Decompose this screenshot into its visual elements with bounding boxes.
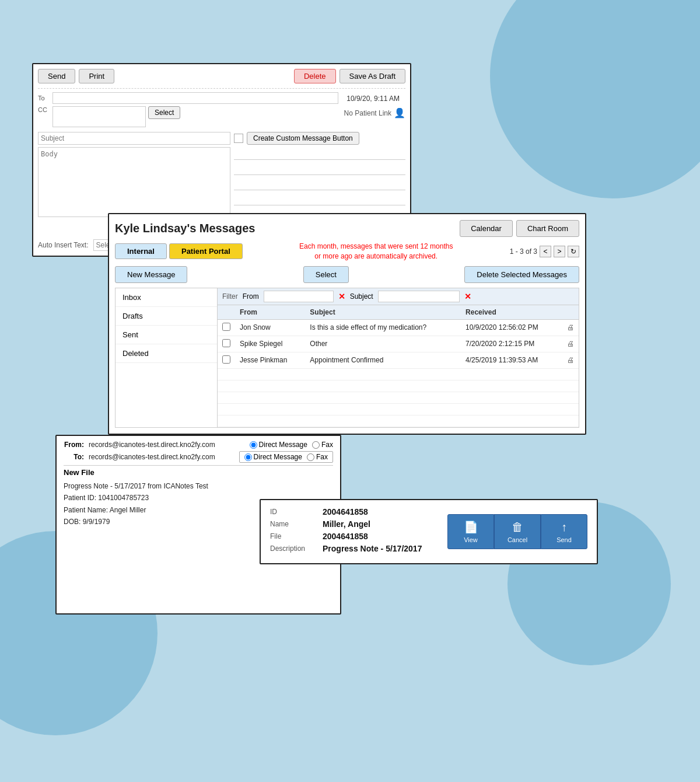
empty-row (218, 415, 579, 427)
from-filter-clear[interactable]: ✕ (338, 292, 345, 301)
checkbox-col-header (218, 305, 235, 320)
cc-select-button[interactable]: Select (148, 106, 180, 119)
msg-received-3: 4/25/2019 11:39:53 AM (461, 352, 562, 368)
select-button[interactable]: Select (303, 266, 349, 283)
panel4-buttons: 📄 View 🗑 Cancel ↑ Send (447, 514, 587, 549)
dm-from-row: From: records@icanotes-test.direct.kno2f… (64, 441, 333, 449)
tab-internal[interactable]: Internal (115, 243, 167, 259)
chart-room-button[interactable]: Chart Room (516, 220, 579, 237)
dm-to-value: records@icanotes-test.direct.kno2fy.com (89, 453, 235, 461)
messages-panel: Kyle Lindsay's Messages Calendar Chart R… (108, 213, 586, 435)
messages-table: From Subject Received Jon Snow Is this a… (218, 305, 579, 427)
cancel-button[interactable]: 🗑 Cancel (494, 514, 541, 549)
print-icon-2[interactable]: 🖨 (567, 340, 574, 348)
empty-row (218, 403, 579, 415)
trash-icon: 🗑 (512, 521, 523, 534)
compose-toolbar: Send Print Delete Save As Draft (38, 69, 405, 83)
dm-direct-message-option[interactable]: Direct Message (250, 441, 307, 449)
dm-fax-option[interactable]: Fax (312, 441, 333, 449)
send-button[interactable]: ↑ Send (541, 514, 587, 549)
dm-to-direct-radio[interactable] (244, 453, 252, 461)
filter-row: Filter From ✕ Subject ✕ (218, 288, 579, 305)
sidebar-item-drafts[interactable]: Drafts (116, 307, 217, 326)
id-value: 2004641858 (323, 507, 368, 516)
description-row: Description Progress Note - 5/17/2017 (270, 544, 442, 553)
dm-to-label: To: (64, 453, 84, 461)
description-field-label: Description (270, 544, 323, 553)
from-filter-label: From (243, 292, 259, 301)
empty-row (218, 392, 579, 403)
print-button[interactable]: Print (79, 69, 114, 83)
cc-input[interactable] (52, 106, 146, 127)
table-row[interactable]: Jesse Pinkman Appointment Confirmed 4/25… (218, 352, 579, 368)
calendar-button[interactable]: Calendar (460, 220, 513, 237)
subject-filter-label: Subject (350, 292, 373, 301)
header-buttons: Calendar Chart Room (460, 220, 579, 237)
subject-col-header: Subject (305, 305, 461, 320)
sidebar-item-sent[interactable]: Sent (116, 326, 217, 344)
file-row: File 2004641858 (270, 532, 442, 541)
print-col-header (562, 305, 579, 320)
pdf-icon: 📄 (464, 520, 478, 534)
dm-direct-radio[interactable] (250, 441, 257, 449)
sidebar-nav: Inbox Drafts Sent Deleted (115, 288, 217, 428)
id-row: ID 2004641858 (270, 507, 442, 516)
subject-filter-clear[interactable]: ✕ (464, 292, 471, 301)
table-row[interactable]: Spike Spiegel Other 7/20/2020 2:12:15 PM… (218, 336, 579, 352)
description-value: Progress Note - 5/17/2017 (323, 544, 422, 553)
dm-fax-radio[interactable] (312, 441, 320, 449)
new-message-button[interactable]: New Message (115, 266, 187, 283)
cc-label: CC (38, 106, 52, 113)
no-patient-link-text: No Patient Link (344, 109, 391, 117)
msg-checkbox-2[interactable] (222, 339, 230, 347)
send-button[interactable]: Send (38, 69, 75, 83)
file-value: 2004641858 (323, 532, 368, 541)
print-icon-3[interactable]: 🖨 (567, 356, 574, 364)
messages-actions: New Message Select Delete Selected Messa… (115, 266, 579, 283)
pagination-text: 1 - 3 of 3 (510, 247, 537, 256)
from-filter-input[interactable] (264, 291, 334, 302)
custom-message-button[interactable]: Create Custom Message Button (247, 132, 359, 145)
dm-direct-label: Direct Message (259, 441, 307, 449)
msg-from-2: Spike Spiegel (235, 336, 305, 352)
save-draft-button[interactable]: Save As Draft (340, 69, 405, 83)
messages-title: Kyle Lindsay's Messages (115, 222, 255, 235)
msg-checkbox-3[interactable] (222, 355, 230, 364)
tab-patient-portal[interactable]: Patient Portal (169, 243, 243, 259)
to-label: To (38, 95, 52, 102)
next-page-button[interactable]: > (554, 246, 565, 257)
table-row[interactable]: Jon Snow Is this a side effect of my med… (218, 319, 579, 336)
person-icon: 👤 (394, 107, 405, 118)
print-icon-1[interactable]: 🖨 (567, 323, 574, 331)
empty-row (218, 368, 579, 380)
dm-to-fax-radio[interactable] (307, 453, 314, 461)
panel3-divider (64, 465, 333, 466)
prev-page-button[interactable]: < (540, 246, 551, 257)
empty-row (218, 380, 579, 392)
subject-filter-input[interactable] (378, 291, 460, 302)
msg-received-1: 10/9/2020 12:56:02 PM (461, 319, 562, 336)
delete-selected-button[interactable]: Delete Selected Messages (464, 266, 579, 283)
dm-to-fax-option[interactable]: Fax (307, 453, 328, 461)
dm-to-fax-label: Fax (316, 453, 328, 461)
sidebar-item-deleted[interactable]: Deleted (116, 344, 217, 363)
msg-checkbox-1[interactable] (222, 323, 230, 331)
filter-label: Filter (222, 292, 238, 301)
dm-to-direct-option[interactable]: Direct Message (244, 453, 302, 461)
sidebar-item-inbox[interactable]: Inbox (116, 288, 217, 307)
to-input[interactable] (52, 92, 338, 104)
msg-from-1: Jon Snow (235, 319, 305, 336)
view-label: View (464, 536, 478, 543)
body-textarea[interactable] (38, 147, 230, 217)
dm-fax-label: Fax (321, 441, 333, 449)
view-button[interactable]: 📄 View (447, 514, 494, 549)
msg-subject-1: Is this a side effect of my medication? (305, 319, 461, 336)
subject-checkbox[interactable] (234, 134, 243, 143)
file-info: ID 2004641858 Name Miller, Angel File 20… (270, 507, 442, 556)
cancel-label: Cancel (508, 536, 527, 543)
refresh-button[interactable]: ↻ (568, 246, 579, 257)
msg-from-3: Jesse Pinkman (235, 352, 305, 368)
dm-to-direct-label: Direct Message (254, 453, 302, 461)
delete-button[interactable]: Delete (294, 69, 336, 83)
subject-input[interactable] (38, 132, 230, 145)
